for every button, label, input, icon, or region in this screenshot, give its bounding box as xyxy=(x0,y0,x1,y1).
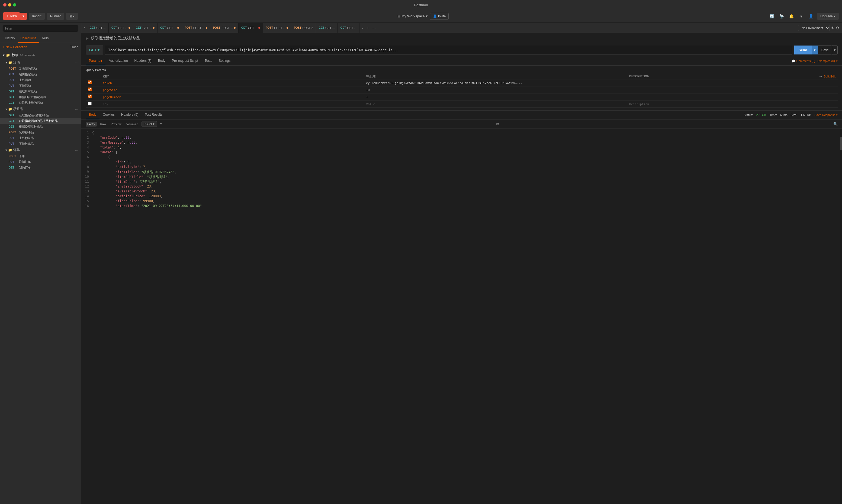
trash-button[interactable]: Trash xyxy=(70,45,78,49)
new-dropdown-button[interactable]: ▾ xyxy=(20,13,27,20)
import-button[interactable]: Import xyxy=(29,13,45,20)
request-item[interactable]: PUT 下线秒杀品 xyxy=(0,141,81,147)
notification-button[interactable]: 🔔 xyxy=(788,13,795,20)
new-collection-button[interactable]: + New Collection xyxy=(3,45,27,49)
copy-button[interactable]: ⧉ xyxy=(496,122,499,126)
resp-tab-headers[interactable]: Headers (5) xyxy=(118,111,141,119)
req-tab-params[interactable]: Params xyxy=(86,57,105,65)
folder-menu-icon[interactable]: ··· xyxy=(75,148,78,152)
scrollbar-thumb[interactable] xyxy=(840,137,842,150)
request-item[interactable]: GET 我的订单 xyxy=(0,165,81,170)
format-icon-button[interactable]: ≡ xyxy=(160,122,162,126)
folder-menu-icon[interactable]: ··· xyxy=(75,60,78,65)
method-select[interactable]: GET ▾ xyxy=(86,46,103,54)
search-input[interactable] xyxy=(3,25,78,32)
req-tab-body[interactable]: Body xyxy=(155,57,169,65)
resp-tab-test-results[interactable]: Test Results xyxy=(141,111,165,119)
req-tab-headers[interactable]: Headers (7) xyxy=(131,57,155,65)
settings-button[interactable]: ⚙ xyxy=(836,26,839,30)
search-in-response-button[interactable]: 🔍 xyxy=(833,122,838,126)
request-item[interactable]: PUT 上线秒杀品 xyxy=(0,135,81,141)
folder-item-orders[interactable]: ▾ 📁 订单 ··· xyxy=(0,147,81,154)
request-item[interactable]: POST 发布秒杀品 xyxy=(0,129,81,135)
request-item[interactable]: PUT 下线活动 xyxy=(0,83,81,89)
request-item[interactable]: GET 获取所有活动 xyxy=(0,89,81,94)
examples-button[interactable]: Examples (0) ▾ xyxy=(817,59,838,63)
runner-button[interactable]: Runner xyxy=(47,13,64,20)
visualize-button[interactable]: Visualize xyxy=(125,122,140,127)
folder-item-activities[interactable]: ▾ 📁 活动 ··· xyxy=(0,59,81,66)
tab-item[interactable]: GET GET ... xyxy=(158,23,182,33)
request-item[interactable]: PUT 编辑指定活动 xyxy=(0,72,81,77)
request-item[interactable]: GET 根据ID获取秒杀品 xyxy=(0,124,81,129)
request-item[interactable]: PUT 取消订单 xyxy=(0,159,81,165)
satellite-button[interactable]: 📡 xyxy=(778,13,786,20)
save-dropdown-button[interactable]: ▾ xyxy=(832,46,838,54)
heart-button[interactable]: ♥ xyxy=(797,13,805,20)
tab-item[interactable]: POST POST ... xyxy=(182,23,210,33)
tab-item[interactable]: GET GET ... xyxy=(338,23,359,33)
preview-button[interactable]: Preview xyxy=(109,122,123,127)
tab-item[interactable]: GET GET ... xyxy=(87,23,109,33)
environment-select[interactable]: No Environment xyxy=(798,25,830,31)
tab-item[interactable]: POST POST ... xyxy=(263,23,291,33)
req-tab-settings[interactable]: Settings xyxy=(215,57,234,65)
req-tab-tests[interactable]: Tests xyxy=(201,57,215,65)
param-checkbox[interactable] xyxy=(88,102,92,105)
workspace-button[interactable]: ⊞ My Workspace ▾ xyxy=(398,14,428,18)
req-tab-authorization[interactable]: Authorization xyxy=(105,57,131,65)
tab-item-active[interactable]: GET GET ... xyxy=(239,23,263,33)
format-type-select[interactable]: JSON ▾ xyxy=(141,121,157,127)
tab-more-button[interactable]: ··· xyxy=(371,26,378,30)
save-button[interactable]: Save xyxy=(818,46,832,54)
send-button[interactable]: Send xyxy=(794,46,812,54)
bulk-edit-button[interactable]: Bulk Edit xyxy=(824,75,836,78)
line-content: "startTime": "2021-09-27T20:54:11.000+00… xyxy=(92,204,840,209)
upgrade-button[interactable]: Upgrade ▾ xyxy=(817,13,839,20)
request-item[interactable]: POST 下单 xyxy=(0,154,81,159)
tab-history[interactable]: History xyxy=(2,34,18,43)
avatar-button[interactable]: 👤 xyxy=(807,13,815,20)
pretty-button[interactable]: Pretty xyxy=(86,122,97,127)
param-checkbox[interactable] xyxy=(88,94,92,98)
close-button[interactable] xyxy=(3,3,6,6)
tab-item[interactable]: GET GET ... xyxy=(109,23,133,33)
method-badge: GET xyxy=(9,114,17,117)
request-item[interactable]: GET 获取指定活动的秒杀品 xyxy=(0,112,81,118)
save-response-button[interactable]: Save Response ▾ xyxy=(814,113,838,117)
tab-collections[interactable]: Collections xyxy=(18,34,39,43)
request-item[interactable]: GET 根据ID获取指定活动 xyxy=(0,94,81,100)
tab-item[interactable]: POST POST 2 xyxy=(291,23,316,33)
send-dropdown-button[interactable]: ▾ xyxy=(812,46,818,54)
collection-header[interactable]: ▾ 📁 秒杀 16 requests xyxy=(0,51,81,59)
request-item[interactable]: POST 发布新的活动 xyxy=(0,66,81,72)
config-button[interactable]: ⊞ ▾ xyxy=(66,13,78,20)
folder-menu-icon[interactable]: ··· xyxy=(75,107,78,111)
raw-button[interactable]: Raw xyxy=(99,122,108,127)
sync-button[interactable]: 🔄 xyxy=(768,13,776,20)
param-checkbox[interactable] xyxy=(88,80,92,84)
window-controls xyxy=(3,3,16,6)
tab-next-button[interactable]: › xyxy=(359,23,365,33)
req-tab-prerequest[interactable]: Pre-request Script xyxy=(169,57,201,65)
request-item-active[interactable]: GET 获取指定活动的已上线秒杀品 xyxy=(0,118,81,124)
request-item[interactable]: PUT 上线活动 xyxy=(0,77,81,83)
url-input[interactable] xyxy=(105,46,792,54)
eye-button[interactable]: 👁 xyxy=(831,26,835,30)
tab-item[interactable]: GET GET ... xyxy=(316,23,338,33)
param-checkbox[interactable] xyxy=(88,88,92,91)
resp-tab-cookies[interactable]: Cookies xyxy=(100,111,118,119)
tab-item[interactable]: POST POST ... xyxy=(210,23,239,33)
folder-item-flash-items[interactable]: ▾ 📁 秒杀品 ··· xyxy=(0,106,81,112)
tab-item[interactable]: GET GET ... xyxy=(133,23,158,33)
tab-add-button[interactable]: + xyxy=(365,25,371,30)
new-button[interactable]: ＋ New xyxy=(3,12,20,20)
minimize-button[interactable] xyxy=(8,3,12,6)
tab-prev-button[interactable]: ‹ xyxy=(81,23,87,33)
maximize-button[interactable] xyxy=(13,3,16,6)
resp-tab-body[interactable]: Body xyxy=(86,111,100,119)
invite-button[interactable]: 👤 Invite xyxy=(430,13,449,20)
comments-button[interactable]: 💬 Comments (0) xyxy=(792,59,815,63)
tab-apis[interactable]: APIs xyxy=(39,34,51,43)
request-item[interactable]: GET 获取已上线的活动 xyxy=(0,100,81,106)
